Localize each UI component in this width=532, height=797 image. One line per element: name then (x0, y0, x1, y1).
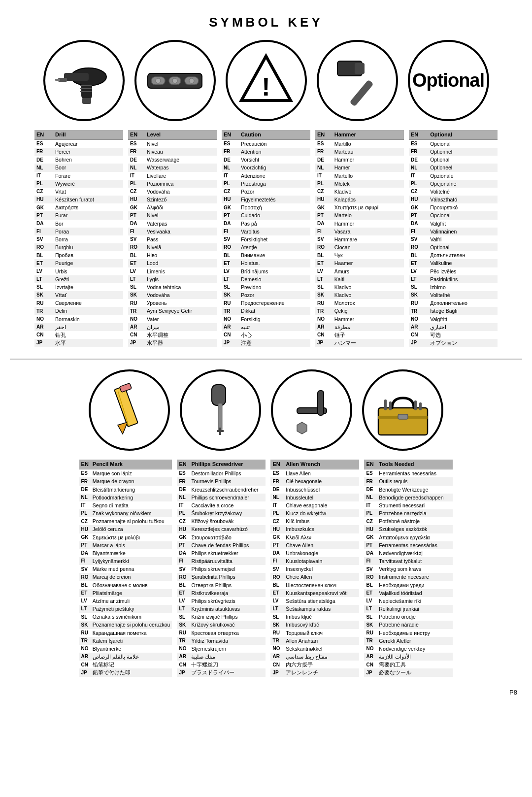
translated-word: Ferramentas necessárias (377, 541, 453, 549)
lang-code: SV (409, 235, 428, 243)
table-row: LVLīmenis (128, 267, 217, 275)
translated-word: Precaución (239, 139, 310, 148)
table-row: PLKlucz do wkrętów (270, 509, 359, 517)
table-row: DAUnbrakonøgle (270, 549, 359, 557)
lang-code: BL (34, 251, 53, 259)
table-row: ROOptional (409, 243, 498, 251)
table-row: PLPrzestroga (222, 180, 310, 188)
translated-word: Previdno (239, 283, 310, 291)
lang-code: PT (128, 211, 145, 219)
translated-word: Optional (428, 243, 498, 251)
table-row: ROCiocan (315, 243, 404, 251)
table-row: ITSegno di matita (79, 501, 172, 509)
translated-word: Poziomnica (145, 180, 217, 188)
table-row: NLPhillips schroevendraaier (177, 494, 266, 501)
lang-code: LV (315, 267, 332, 275)
lang-code: CZ (315, 188, 332, 196)
table-row: FRMarteau (315, 148, 404, 156)
table-row: ETHoiatus. (222, 259, 310, 267)
lang-code: SL (34, 283, 53, 291)
table-row: CN需要的工具 (364, 661, 453, 668)
translated-word: Allen Anahtarı (284, 637, 359, 645)
translated-word: Křižový šroubovák (189, 517, 266, 525)
lang-code: FR (79, 477, 91, 485)
table-row: LTReikalingi įrankiai (364, 605, 453, 613)
table-row: TRGerekli Aletler (364, 637, 453, 645)
table-row: ITMartello (315, 172, 404, 180)
lang-code: BL (128, 251, 145, 259)
table-row: FITarvittavat työkalut (364, 557, 453, 565)
translated-word: Optioneel (428, 164, 498, 171)
lang-code: TR (177, 637, 189, 645)
table-row: NOSekskantnøkkel (270, 645, 359, 653)
lang-code: NL (270, 494, 284, 501)
table-row: ROInstrumente necesare (364, 573, 453, 581)
table-row: SKKrížový skrutkovač (177, 621, 266, 629)
translated-word: 铅笔标记 (91, 661, 172, 668)
lang-code: DA (177, 549, 189, 557)
table-row: BLШестостепенен ключ (270, 581, 359, 589)
translated-word: Blyantmerke (91, 645, 172, 653)
word-header: Drill (53, 130, 123, 139)
lang-header: EN (270, 460, 284, 469)
translated-word: Martillo (332, 139, 404, 148)
translated-word: Nødvendige verktøy (377, 645, 453, 653)
translated-word: Philips skrūvgriezis (189, 597, 266, 605)
allen-svg (282, 381, 341, 440)
translated-word: Valgfrit (428, 220, 498, 228)
lang-code: NL (34, 164, 53, 171)
translated-word: Puurige (53, 259, 123, 267)
word-header: Allen Wrench (284, 460, 359, 469)
lang-code: ET (409, 259, 428, 267)
translated-word: Sešstūra stieņatsléga (284, 597, 359, 605)
lang-code: PT (409, 211, 428, 219)
translated-word: Нiво (145, 251, 217, 259)
section-divider (10, 359, 522, 360)
table-row: LTGrežti (34, 275, 123, 283)
lang-code: RU (128, 299, 145, 307)
lang-code: PL (79, 509, 91, 517)
lang-code: RO (315, 243, 332, 251)
lang-code: BL (222, 251, 239, 259)
table-row: SLIzbirno (409, 283, 498, 291)
translated-word: Vesivaaka (145, 228, 217, 235)
table-row: GKΚλειδί Αλεν (270, 533, 359, 541)
translated-word: 需要的工具 (377, 661, 453, 668)
translated-word: Marcar a lápis (91, 541, 172, 549)
lang-code: GK (34, 203, 53, 211)
translated-word: Pasirinktiins (428, 275, 498, 283)
table-row: SVFörsiktighet (222, 235, 310, 243)
lang-code: JP (177, 668, 189, 676)
table-row: LVUrbis (34, 267, 123, 275)
lang-code: RU (364, 629, 377, 637)
table-row: LVPēc izvēles (409, 267, 498, 275)
translated-word: 十字螺丝刀 (189, 661, 266, 668)
translated-word: مفك صليبة (189, 653, 266, 661)
translated-word: Opcjonalne (428, 180, 498, 188)
table-row: ETPuurige (34, 259, 123, 267)
table-row: SVValfri (409, 235, 498, 243)
table-row: CN十字螺丝刀 (177, 661, 266, 668)
translated-word: Aynı Seviyeye Getir (145, 307, 217, 315)
translated-word: Clé hexagonale (284, 477, 359, 485)
lang-code: JP (315, 339, 332, 347)
lang-code: SV (364, 565, 377, 573)
translated-word: Készítsen furatot (53, 196, 123, 203)
lang-code: LV (79, 597, 91, 605)
lang-code: PL (222, 180, 239, 188)
table-pencil-table-element: ENPencil MarkESMarque con lápizFRMarque … (79, 460, 172, 676)
translated-word: Κλειδί Αλεν (284, 533, 359, 541)
table-row: FRNiveau (128, 148, 217, 156)
table-row: CN钻孔 (34, 331, 123, 339)
tables-row-1: ENDrillESAgujerearFRPercerDEBohrenNLBoor… (10, 130, 522, 347)
table-row: PLOpcjonalne (409, 180, 498, 188)
table-row: CZKladivo (315, 188, 404, 196)
table-row: HUKeresztfejes csavarhúzó (177, 525, 266, 533)
translated-word: Lygis (145, 275, 217, 283)
lang-code: IT (222, 172, 239, 180)
svg-rect-32 (378, 408, 428, 435)
lang-code: ES (79, 469, 91, 478)
svg-rect-36 (389, 401, 392, 410)
lang-code: HU (34, 196, 53, 203)
table-row: CZKřižový šroubovák (177, 517, 266, 525)
